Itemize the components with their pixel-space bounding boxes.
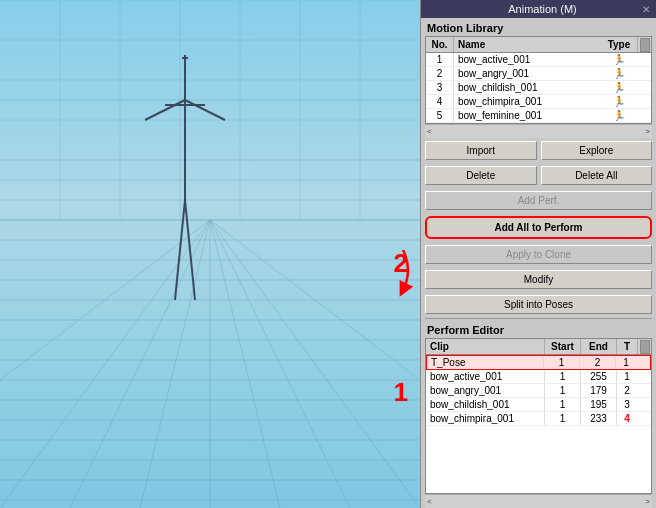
import-button[interactable]: Import bbox=[425, 141, 537, 160]
perform-row-bow-chimpira[interactable]: bow_chimpira_001 1 233 4 bbox=[426, 412, 651, 426]
perf-clip-header: Clip bbox=[426, 339, 545, 354]
perform-table-hscroll[interactable]: < > bbox=[425, 494, 652, 508]
perform-row-bow-active[interactable]: bow_active_001 1 255 1 bbox=[426, 370, 651, 384]
svg-line-40 bbox=[145, 100, 185, 120]
modify-button[interactable]: Modify bbox=[425, 270, 652, 289]
motion-row-4[interactable]: 4 bow_chimpira_001 🏃 bbox=[426, 95, 651, 109]
svg-line-21 bbox=[210, 220, 280, 508]
perform-row-tpose[interactable]: T_Pose 1 2 1 bbox=[426, 355, 651, 370]
explore-button[interactable]: Explore bbox=[541, 141, 653, 160]
perf-scroll-left-icon[interactable]: < bbox=[425, 497, 434, 506]
add-perf-row: Add Perf. bbox=[421, 188, 656, 213]
svg-line-19 bbox=[70, 220, 210, 508]
annotation-1: 1 bbox=[394, 377, 408, 408]
split-into-poses-button[interactable]: Split into Poses bbox=[425, 295, 652, 314]
svg-line-42 bbox=[175, 200, 185, 300]
svg-line-20 bbox=[140, 220, 210, 508]
perform-row-bow-childish[interactable]: bow_childish_001 1 195 3 bbox=[426, 398, 651, 412]
svg-line-17 bbox=[0, 220, 210, 508]
motion-library-label: Motion Library bbox=[421, 18, 656, 36]
svg-line-43 bbox=[185, 200, 195, 300]
panel-title-bar: Animation (M) ✕ bbox=[421, 0, 656, 18]
perf-end-header: End bbox=[581, 339, 617, 354]
perform-table: Clip Start End T T_Pose 1 2 1 bow_active… bbox=[425, 338, 652, 494]
scroll-right-icon[interactable]: > bbox=[643, 127, 652, 136]
motion-row-1[interactable]: 1 bow_active_001 🏃 bbox=[426, 53, 651, 67]
add-all-to-perform-button[interactable]: Add All to Perform bbox=[425, 216, 652, 239]
scroll-left-icon[interactable]: < bbox=[425, 127, 434, 136]
right-panel: Animation (M) ✕ Motion Library No. Name … bbox=[420, 0, 656, 508]
col-no-header: No. bbox=[426, 37, 454, 52]
modify-row: Modify bbox=[421, 267, 656, 292]
perf-scroll-right-icon[interactable]: > bbox=[643, 497, 652, 506]
add-all-row: Add All to Perform bbox=[421, 213, 656, 242]
delete-row: Delete Delete All bbox=[421, 163, 656, 188]
motion-row-5[interactable]: 5 bow_feminine_001 🏃 bbox=[426, 109, 651, 123]
delete-all-button[interactable]: Delete All bbox=[541, 166, 653, 185]
svg-line-22 bbox=[210, 220, 350, 508]
close-icon[interactable]: ✕ bbox=[642, 4, 650, 15]
motion-table-hscroll[interactable]: < > bbox=[425, 124, 652, 138]
divider bbox=[425, 318, 652, 319]
perf-t-header: T bbox=[617, 339, 637, 354]
import-explore-row: Import Explore bbox=[421, 138, 656, 163]
col-name-header: Name bbox=[454, 37, 601, 52]
3d-viewport: 2 1 bbox=[0, 0, 420, 508]
motion-library-table: No. Name Type 1 bow_active_001 🏃 2 bow_a… bbox=[425, 36, 652, 124]
motion-row-2[interactable]: 2 bow_angry_001 🏃 bbox=[426, 67, 651, 81]
perform-table-header: Clip Start End T bbox=[426, 339, 651, 355]
motion-table-header: No. Name Type bbox=[426, 37, 651, 53]
svg-line-24 bbox=[0, 220, 210, 380]
apply-clone-row: Apply to Clone bbox=[421, 242, 656, 267]
split-poses-row: Split into Poses bbox=[421, 292, 656, 317]
perform-editor-section: Perform Editor Clip Start End T T_Pose 1… bbox=[421, 320, 656, 508]
perform-row-bow-angry[interactable]: bow_angry_001 1 179 2 bbox=[426, 384, 651, 398]
perform-editor-label: Perform Editor bbox=[421, 320, 656, 338]
delete-button[interactable]: Delete bbox=[425, 166, 537, 185]
panel-title: Animation (M) bbox=[508, 3, 576, 15]
apply-to-clone-button[interactable]: Apply to Clone bbox=[425, 245, 652, 264]
perf-start-header: Start bbox=[545, 339, 581, 354]
motion-row-3[interactable]: 3 bow_childish_001 🏃 bbox=[426, 81, 651, 95]
col-type-header: Type bbox=[601, 37, 637, 52]
svg-line-41 bbox=[185, 100, 225, 120]
add-perf-button[interactable]: Add Perf. bbox=[425, 191, 652, 210]
